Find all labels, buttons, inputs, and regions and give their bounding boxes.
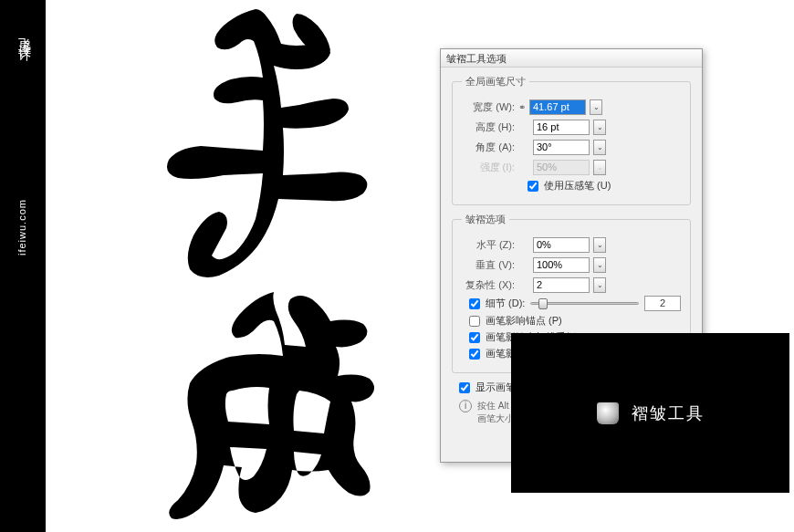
- vert-dropdown[interactable]: ⌄: [593, 257, 606, 273]
- group-legend: 皱褶选项: [462, 213, 509, 226]
- dialog-title: 皱褶工具选项: [441, 49, 702, 68]
- complex-dropdown[interactable]: ⌄: [593, 277, 606, 293]
- tool-name: 褶皱工具: [632, 402, 705, 424]
- intensity-label: 强度 (I):: [462, 161, 515, 174]
- pressure-checkbox[interactable]: 使用压感笔 (U): [528, 179, 681, 193]
- width-input[interactable]: [529, 99, 586, 115]
- complex-label: 复杂性 (X):: [462, 278, 515, 292]
- height-dropdown[interactable]: ⌄: [593, 120, 606, 135]
- height-label: 高度 (H):: [462, 120, 515, 134]
- detail-value[interactable]: 2: [644, 296, 681, 311]
- vert-label: 垂直 (V):: [462, 258, 515, 272]
- slider-thumb[interactable]: [538, 298, 548, 309]
- angle-dropdown[interactable]: ⌄: [593, 140, 606, 155]
- intensity-input: [533, 160, 590, 175]
- complex-input[interactable]: [533, 277, 590, 293]
- horiz-dropdown[interactable]: ⌄: [593, 237, 606, 253]
- group-legend: 全局画笔尺寸: [462, 75, 529, 89]
- tool-tooltip-overlay: 褶皱工具: [511, 333, 789, 493]
- width-label: 宽度 (W):: [462, 100, 515, 114]
- global-brush-group: 全局画笔尺寸 宽度 (W): ⚭ ⌄ 高度 (H): ⌄ 角度 (A): ⌄ 强…: [452, 75, 691, 205]
- horiz-input[interactable]: [533, 237, 590, 253]
- angle-input[interactable]: [533, 140, 590, 155]
- width-dropdown[interactable]: ⌄: [590, 99, 602, 115]
- brand-url: ifeiwu.com: [16, 199, 27, 256]
- intensity-dropdown: ⌄: [593, 160, 606, 175]
- detail-checkbox[interactable]: 细节 (D):: [469, 297, 525, 310]
- horiz-label: 水平 (Z):: [462, 238, 515, 252]
- info-icon: i: [459, 400, 472, 412]
- detail-slider[interactable]: [530, 302, 639, 305]
- brand-text: 飞屋设计: [16, 27, 33, 42]
- anchor-checkbox[interactable]: 画笔影响锚点 (P): [469, 314, 681, 328]
- vert-input[interactable]: [533, 257, 590, 273]
- link-icon[interactable]: ⚭: [518, 102, 526, 112]
- angle-label: 角度 (A):: [462, 141, 515, 154]
- brand-sidebar: 飞屋设计 ifeiwu.com: [0, 0, 46, 532]
- wrinkle-tool-icon: [597, 402, 619, 424]
- height-input[interactable]: [533, 120, 590, 135]
- calligraphy-art: [91, 0, 392, 532]
